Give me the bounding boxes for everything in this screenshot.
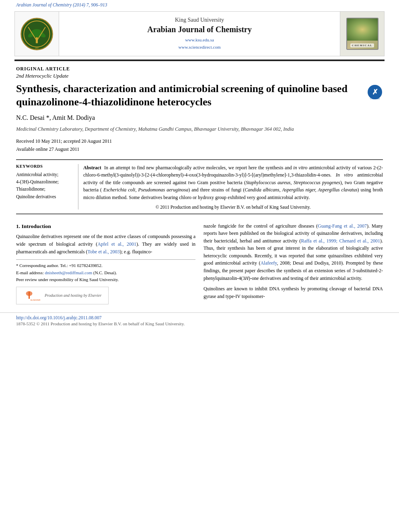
abstract-label: Abstract: [83, 165, 101, 170]
issn-line: 1878-5352 © 2011 Production and hosting …: [16, 321, 383, 326]
authors: N.C. Desai *, Amit M. Dodiya: [16, 114, 383, 121]
keyword-2: 4-(3H)-Quinazolinone;: [16, 178, 73, 185]
doi-link[interactable]: http://dx.doi.org/10.1016/j.arabjc.2011.…: [16, 315, 383, 320]
abstract-column: Abstract In an attempt to find new pharm…: [83, 164, 383, 210]
ksu-logo: 1957: [20, 17, 54, 51]
separator-line: [14, 60, 385, 61]
chemical-badge: CHEMICAL: [346, 18, 378, 50]
right-column: nazole fungicide for the control of agri…: [204, 222, 383, 304]
ref-apfel: Apfel et al., 2001: [97, 241, 136, 247]
article-title-row: Synthesis, characterization and antimicr…: [16, 82, 383, 109]
elsevier-logo: ELSEVIER: [21, 290, 41, 302]
ref-tobe: Tobe et al., 2003: [88, 249, 120, 255]
article-title: Synthesis, characterization and antimicr…: [16, 82, 359, 109]
article-subtitle: 2nd Heterocyclic Update: [16, 73, 383, 79]
received-date: Received 10 May 2011; accepted 20 August…: [16, 137, 383, 145]
keyword-3: Thiazolidinone;: [16, 185, 73, 193]
svg-text:✗: ✗: [372, 88, 378, 96]
affiliation: Medicinal Chemistry Laboratory, Departme…: [16, 125, 383, 133]
university-name: King Saud University: [175, 17, 224, 23]
elsevier-logo-box: ELSEVIER Production and hosting by Elsev…: [16, 287, 109, 304]
article-type: ORIGINAL ARTICLE: [16, 66, 383, 72]
journal-title: Arabian Journal of Chemistry: [147, 25, 251, 34]
svg-text:ELSEVIER: ELSEVIER: [31, 299, 41, 301]
chemical-badge-container: CHEMICAL: [340, 12, 384, 56]
keywords-column: KEYWORDS Antimicrobial activity; 4-(3H)-…: [16, 164, 78, 210]
right-body-text-2: Quinolines are known to inhibit DNA synt…: [204, 285, 383, 300]
abstract-section: KEYWORDS Antimicrobial activity; 4-(3H)-…: [16, 159, 383, 214]
ref-guangfang: Guang-Fang et al., 2007: [318, 223, 367, 229]
svg-text:1957: 1957: [35, 47, 39, 49]
footnote-section: * Corresponding author. Tel.: +91 027824…: [16, 259, 195, 304]
ref-raffa: Raffa et al., 1999; Chenard et al., 2001: [301, 238, 380, 244]
svg-text:CrossMark: CrossMark: [370, 97, 380, 100]
email-line: E-mail address: dnisheeth@rediffmail.com…: [16, 269, 195, 277]
header-box: 1957 King Saud University Arabian Journa…: [14, 11, 385, 56]
website-links: www.ksu.edu.sa www.sciencedirect.com: [179, 37, 221, 51]
keywords-label: KEYWORDS: [16, 164, 73, 168]
left-column: 1. Introduction Quinazoline derivatives …: [16, 222, 195, 304]
dates: Received 10 May 2011; accepted 20 August…: [16, 137, 383, 154]
body-columns: 1. Introduction Quinazoline derivatives …: [16, 222, 383, 304]
chemical-badge-text: CHEMICAL: [350, 43, 374, 47]
bottom-bar: http://dx.doi.org/10.1016/j.arabjc.2011.…: [0, 312, 399, 329]
crossmark-icon[interactable]: ✗ CrossMark: [367, 84, 383, 100]
email-link[interactable]: dnisheeth@rediffmail.com: [45, 270, 92, 275]
available-date: Available online 27 August 2011: [16, 145, 383, 153]
journal-link: Arabian Journal of Chemistry (2014) 7, 9…: [0, 0, 399, 10]
keyword-1: Antimicrobial activity;: [16, 171, 73, 178]
header-center: King Saud University Arabian Journal of …: [59, 12, 340, 56]
ksu-logo-container: 1957: [15, 12, 59, 56]
left-body-text: Quinazoline derivatives represent one of…: [16, 233, 195, 255]
main-content: ORIGINAL ARTICLE 2nd Heterocyclic Update…: [0, 66, 399, 304]
keyword-4: Quinoline derivatives: [16, 193, 73, 200]
abstract-body: In an attempt to find new pharmacologica…: [83, 165, 383, 200]
abstract-text: Abstract In an attempt to find new pharm…: [83, 164, 383, 201]
right-body-text-1: nazole fungicide for the control of agri…: [204, 222, 383, 282]
peer-review-note: Peer review under responsibility of King…: [16, 276, 195, 283]
ref-alafeefy: Alafeefy: [260, 260, 277, 266]
svg-point-14: [26, 291, 33, 296]
intro-heading: 1. Introduction: [16, 222, 195, 231]
corresponding-author: * Corresponding author. Tel.: +91 027824…: [16, 262, 195, 269]
elsevier-text: Production and hosting by Elsevier: [45, 292, 101, 299]
copyright-line: © 2011 Production and hosting by Elsevie…: [83, 205, 383, 210]
